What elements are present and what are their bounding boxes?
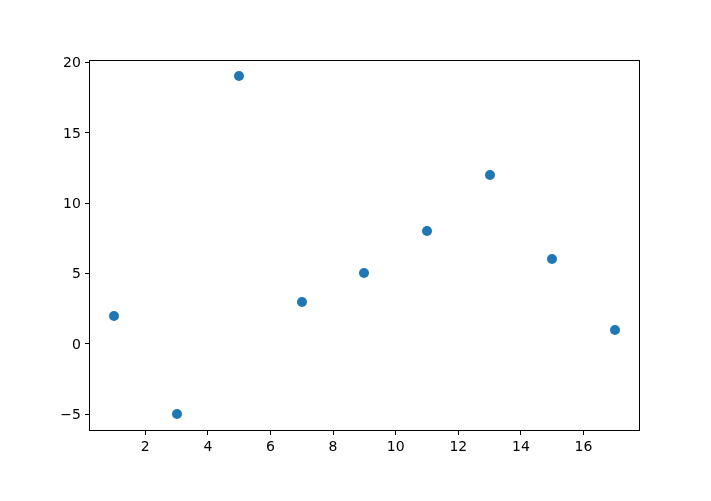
y-tick-label: 5: [72, 265, 81, 281]
data-point: [485, 170, 495, 180]
data-point: [422, 226, 432, 236]
x-tick-label: 14: [512, 438, 530, 454]
y-tick-label: 15: [63, 125, 81, 141]
x-tick-mark: [270, 431, 271, 435]
y-tick-mark: [85, 343, 89, 344]
x-tick-label: 10: [387, 438, 405, 454]
y-tick-label: 20: [63, 54, 81, 70]
x-tick-mark: [145, 431, 146, 435]
x-tick-label: 8: [329, 438, 338, 454]
x-tick-mark: [520, 431, 521, 435]
x-tick-label: 16: [575, 438, 593, 454]
y-tick-mark: [85, 203, 89, 204]
x-tick-label: 6: [266, 438, 275, 454]
y-tick-label: 10: [63, 195, 81, 211]
x-tick-mark: [395, 431, 396, 435]
data-point: [297, 297, 307, 307]
figure: 246810121416 −505101520: [0, 0, 711, 501]
data-point: [359, 268, 369, 278]
x-tick-mark: [333, 431, 334, 435]
x-tick-label: 2: [141, 438, 150, 454]
y-tick-mark: [85, 132, 89, 133]
x-tick-label: 12: [449, 438, 467, 454]
x-tick-mark: [583, 431, 584, 435]
x-tick-mark: [458, 431, 459, 435]
data-point: [234, 71, 244, 81]
y-tick-mark: [85, 62, 89, 63]
y-tick-label: 0: [72, 336, 81, 352]
data-point: [547, 254, 557, 264]
y-tick-mark: [85, 414, 89, 415]
y-tick-label: −5: [60, 406, 81, 422]
x-tick-label: 4: [203, 438, 212, 454]
data-point: [109, 311, 119, 321]
data-point: [610, 325, 620, 335]
data-point: [172, 409, 182, 419]
axes-frame: [89, 60, 640, 431]
x-tick-mark: [207, 431, 208, 435]
y-tick-mark: [85, 273, 89, 274]
